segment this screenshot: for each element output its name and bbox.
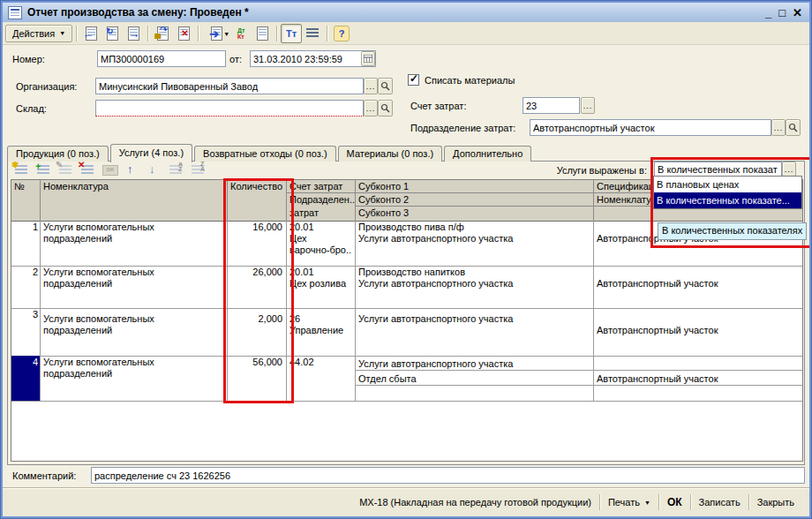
account-cell: 44.02 <box>287 356 356 401</box>
help-icon[interactable]: ? <box>331 24 352 43</box>
tab-services[interactable]: Услуги (4 поз.) <box>110 144 192 162</box>
header-nomenclature[interactable]: Номенклатура <box>41 180 228 221</box>
list-settings-icon[interactable] <box>302 24 323 43</box>
subconto-cell: Производство пива п/ф Услуги автотранспо… <box>356 221 594 266</box>
dt-kt-icon[interactable]: ДтКт <box>230 24 252 43</box>
header-fields-icon[interactable]: Тт <box>281 24 302 43</box>
calendar-button[interactable] <box>361 51 375 66</box>
organization-select-button[interactable]: ... <box>364 78 378 94</box>
cost-department-field[interactable] <box>530 119 771 136</box>
organization-open-button[interactable] <box>378 78 393 94</box>
minimize-button[interactable]: _ <box>765 7 771 19</box>
services-table[interactable]: № Номенклатура Количество Счет затрат По… <box>11 179 803 462</box>
warehouse-select-button[interactable]: ... <box>364 100 378 117</box>
comment-row: Комментарий: <box>0 465 812 487</box>
subconto-cell: Услуги автотранспортного участка Отдел с… <box>356 356 594 401</box>
sort-za-icon[interactable]: ZA <box>189 162 208 177</box>
go-to-icon[interactable]: ➔▼ <box>202 24 230 43</box>
table-row[interactable]: 4 Услуги вспомогательных подразделений 5… <box>11 356 802 402</box>
cost-account-select-button[interactable]: ... <box>581 97 595 114</box>
table-row[interactable]: 2 Услуги вспомогательных подразделений 2… <box>11 266 802 309</box>
chevron-down-icon: ▼ <box>644 500 650 506</box>
date-field[interactable] <box>250 50 376 67</box>
specification-cell: Автотранспортный участок <box>594 308 803 356</box>
nomenclature-cell: Услуги вспомогательных подразделений <box>41 308 228 356</box>
sort-az-icon[interactable]: AZ <box>167 162 186 177</box>
dropdown-item-quantitative[interactable]: В количественных показате... <box>654 192 801 208</box>
dropdown-item-planned-prices[interactable]: В плановых ценах <box>654 177 801 192</box>
warehouse-field[interactable] <box>95 100 364 117</box>
add-row-icon[interactable]: ✱ <box>12 162 32 177</box>
row-number-cell: 1 <box>11 221 41 266</box>
document-journal-icon[interactable] <box>252 24 273 43</box>
writeoff-materials-checkbox[interactable] <box>408 74 419 86</box>
tab-extra[interactable]: Дополнительно <box>444 146 531 162</box>
row-number-cell: 4 <box>11 356 41 401</box>
writeoff-materials-label: Списать материалы <box>425 75 515 86</box>
window-title: Отчет производства за смену: Проведен * <box>27 6 249 19</box>
account-cell: 20.01 Цех варочно-бро... <box>287 221 356 266</box>
ok-button[interactable]: ОК <box>659 493 690 512</box>
header-account[interactable]: Счет затрат Подразделен... затрат <box>287 180 356 221</box>
header-quantity[interactable]: Количество <box>228 180 287 221</box>
quantity-cell: 56,000 <box>228 356 287 401</box>
expressed-in-combo[interactable] <box>654 162 782 177</box>
expressed-in-label: Услуги выражены в: <box>540 165 647 176</box>
mx18-button[interactable]: МХ-18 (Накладная на передачу готовой про… <box>351 493 599 512</box>
move-down-icon[interactable]: ↓ <box>145 162 164 177</box>
tab-strip: Продукция (0 поз.) Услуги (4 поз.) Возвр… <box>7 144 533 162</box>
add-copy-row-icon[interactable]: ＋ <box>34 162 54 177</box>
move-up-icon[interactable]: ↑ <box>123 162 142 177</box>
cost-account-field[interactable] <box>523 97 580 114</box>
end-edit-icon[interactable]: OK <box>101 162 120 177</box>
subconto-cell: Услуги автотранспортного участка <box>356 308 594 356</box>
toolbar-separator <box>276 26 277 41</box>
grid-toolbar: ✱ ＋ ✎ ✕ OK ↑ ↓ AZ ZA <box>12 162 211 177</box>
tab-products[interactable]: Продукция (0 поз.) <box>7 146 109 162</box>
header-subconto[interactable]: Субконто 1 Субконто 2 Субконто 3 <box>356 180 594 221</box>
tab-returns[interactable]: Возвратные отходы (0 поз.) <box>194 146 336 162</box>
cancel-posting-icon[interactable]: ✕ <box>173 24 194 43</box>
header-num[interactable]: № <box>11 180 41 221</box>
tab-materials[interactable]: Материалы (0 поз.) <box>338 146 443 162</box>
next-document-icon[interactable]: → <box>123 24 144 43</box>
maximize-button[interactable]: □ <box>778 7 786 19</box>
save-button[interactable]: Записать <box>691 493 748 512</box>
magnifier-icon <box>380 81 390 91</box>
subconto-cell: Производство напитков Услуги автотранспо… <box>356 266 594 308</box>
cost-department-select-button[interactable]: ... <box>771 119 786 136</box>
quantity-cell: 26,000 <box>228 266 287 308</box>
comment-label: Комментарий: <box>12 470 76 481</box>
organization-label: Организация: <box>16 81 77 92</box>
actions-menu-button[interactable]: Действия ▼ <box>5 25 72 42</box>
account-cell: 26 Управление <box>287 308 356 356</box>
account-cell: 20.01 Цех розлива <box>287 266 356 308</box>
close-window-button[interactable]: Закрыть <box>749 493 802 512</box>
toolbar-separator <box>76 26 77 41</box>
expressed-in-select-button[interactable]: ... <box>782 162 796 177</box>
magnifier-icon <box>788 123 798 132</box>
close-button[interactable]: ✕ <box>793 7 802 19</box>
toolbar-separator <box>198 26 199 41</box>
date-label: от: <box>229 54 242 64</box>
row-number-cell: 3 <box>11 308 41 356</box>
organization-field[interactable] <box>95 78 364 94</box>
prev-document-icon[interactable]: ← <box>80 24 102 43</box>
production-report-window: Отчет производства за смену: Проведен * … <box>0 0 812 519</box>
toolbar-separator <box>147 26 148 41</box>
warehouse-open-button[interactable] <box>378 100 393 117</box>
kt-label: Кт <box>237 34 244 40</box>
specification-cell: Автотранспортный участок <box>594 356 803 401</box>
print-button[interactable]: Печать▼ <box>600 493 658 512</box>
number-field[interactable] <box>97 50 226 67</box>
delete-row-icon[interactable]: ✕ <box>79 162 98 177</box>
row-number-cell: 2 <box>11 266 41 308</box>
specification-cell: Автотранспортный участок <box>594 266 803 308</box>
cost-department-open-button[interactable] <box>786 119 801 136</box>
edit-row-icon[interactable]: ✎ <box>56 162 76 177</box>
reread-icon[interactable]: ↻ <box>102 24 123 43</box>
comment-field[interactable] <box>91 467 805 484</box>
quantity-cell: 2,000 <box>228 308 287 356</box>
post-document-icon[interactable]: ▄↷ <box>152 24 173 43</box>
table-row[interactable]: 3 Услуги вспомогательных подразделений 2… <box>11 308 802 357</box>
